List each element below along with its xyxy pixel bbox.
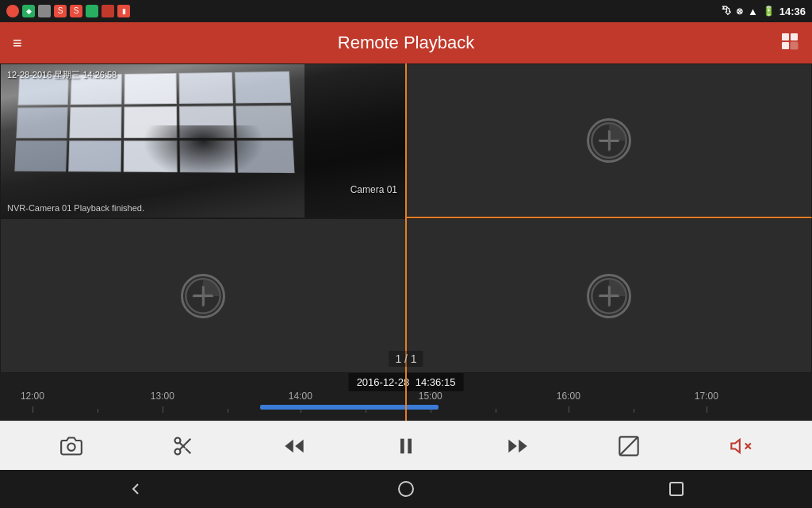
svg-line-26	[619, 437, 638, 455]
video-cell-0[interactable]: 12-28-2016 星期三 14:26:58 Camera 01 NVR-Ca…	[0, 64, 406, 218]
rewind-icon	[283, 435, 305, 457]
svg-rect-1	[791, 33, 798, 40]
camera-timestamp: 12-28-2016 星期三 14:26:58	[7, 69, 117, 81]
tick-17	[707, 406, 707, 413]
signal-icon: ⊗	[736, 6, 743, 17]
video-grid: 12-28-2016 星期三 14:26:58 Camera 01 NVR-Ca…	[0, 64, 812, 373]
svg-rect-21	[400, 438, 404, 453]
stopvideo-icon	[618, 435, 640, 457]
svg-point-15	[174, 448, 180, 454]
subtick-4	[496, 409, 496, 413]
timeline-date: 2016-12-28	[357, 376, 410, 388]
timeline-area[interactable]: 2016-12-28 14:36:15 12:00 13:00 14:00 15…	[0, 373, 812, 421]
add-camera-icon-3	[589, 272, 629, 320]
svg-rect-0	[782, 33, 789, 40]
status-indicators: ⮷ ⊗ ▲ 🔋 14:36	[722, 6, 806, 17]
app-icon-7	[102, 5, 114, 17]
recents-icon	[667, 479, 686, 498]
nav-bar	[0, 470, 812, 508]
add-camera-icon-1	[589, 117, 629, 164]
nav-home-button[interactable]	[389, 471, 423, 506]
time-label-17: 17:00	[695, 391, 718, 402]
pause-icon	[395, 435, 417, 457]
timeline-time: 14:36:15	[416, 376, 456, 388]
camera-label: Camera 01	[350, 184, 397, 195]
bottom-toolbar	[0, 421, 812, 470]
svg-marker-24	[508, 439, 517, 452]
add-camera-button-3[interactable]	[587, 274, 631, 318]
time-label-13: 13:00	[151, 391, 174, 402]
status-app-icons: ◆ S S ▮	[6, 5, 130, 17]
timeline-playhead[interactable]	[405, 373, 407, 421]
status-bar: ◆ S S ▮ ⮷ ⊗ ▲ 🔋 14:36	[0, 0, 812, 22]
app-title: Remote Playback	[338, 33, 474, 53]
screenshot-button[interactable]	[54, 429, 89, 464]
camera-feed	[1, 64, 405, 217]
time-label-16: 16:00	[557, 391, 580, 402]
time-label-12: 12:00	[21, 391, 44, 402]
app-icon-3	[38, 5, 51, 17]
cut-button[interactable]	[166, 429, 201, 464]
timeline-segment-1	[260, 405, 439, 410]
app-icon-4: S	[54, 5, 67, 17]
tick-13	[163, 406, 163, 413]
camera-icon	[60, 435, 82, 457]
mute-icon	[730, 435, 752, 457]
rewind-button[interactable]	[277, 429, 312, 464]
app-icon-2: ◆	[22, 5, 35, 17]
wifi-icon: ▲	[748, 6, 758, 17]
app-icon-1	[6, 5, 19, 17]
video-cell-3[interactable]	[406, 218, 812, 373]
add-camera-button-2[interactable]	[181, 274, 225, 318]
stopvideo-button[interactable]	[611, 429, 646, 464]
clock: 14:36	[779, 6, 806, 17]
back-icon	[126, 479, 145, 498]
menu-button[interactable]: ≡	[13, 35, 22, 51]
subtick-1	[98, 409, 98, 413]
fastforward-icon	[507, 435, 529, 457]
bluetooth-icon: ⮷	[722, 6, 731, 17]
mute-button[interactable]	[723, 429, 758, 464]
svg-rect-31	[670, 483, 683, 495]
playpause-button[interactable]	[389, 429, 423, 464]
battery-icon: 🔋	[763, 6, 775, 17]
layout-grid-icon	[780, 32, 799, 51]
svg-line-17	[186, 448, 190, 452]
svg-marker-19	[285, 439, 294, 452]
time-label-15: 15:00	[419, 391, 442, 402]
scissors-icon	[172, 435, 194, 457]
svg-point-13	[68, 443, 75, 450]
app-bar: ≡ Remote Playback	[0, 22, 812, 64]
layout-button[interactable]	[780, 32, 799, 55]
subtick-2	[228, 409, 228, 413]
svg-point-30	[399, 482, 413, 496]
add-camera-button-1[interactable]	[587, 118, 631, 163]
app-icon-6	[86, 5, 98, 17]
add-camera-icon-2	[183, 272, 223, 320]
nav-back-button[interactable]	[118, 471, 153, 506]
app-icon-5: S	[70, 5, 82, 17]
page-indicator: 1 / 1	[389, 351, 423, 367]
app-icon-8: ▮	[117, 5, 130, 17]
tick-16	[569, 406, 569, 413]
svg-marker-27	[731, 439, 740, 452]
svg-marker-20	[296, 439, 304, 452]
fastforward-button[interactable]	[500, 429, 535, 464]
svg-rect-22	[408, 438, 412, 453]
home-icon	[396, 479, 416, 498]
time-label-14: 14:00	[289, 391, 312, 402]
svg-marker-23	[519, 439, 527, 452]
svg-rect-3	[791, 42, 798, 49]
video-cell-2[interactable]	[0, 218, 406, 373]
subtick-5	[634, 409, 634, 413]
tick-12	[33, 406, 33, 413]
camera-status: NVR-Camera 01 Playback finished.	[7, 203, 144, 213]
nav-recents-button[interactable]	[659, 471, 694, 506]
video-cell-1[interactable]	[406, 64, 812, 218]
grid-divider	[405, 64, 407, 373]
svg-rect-2	[782, 42, 789, 49]
